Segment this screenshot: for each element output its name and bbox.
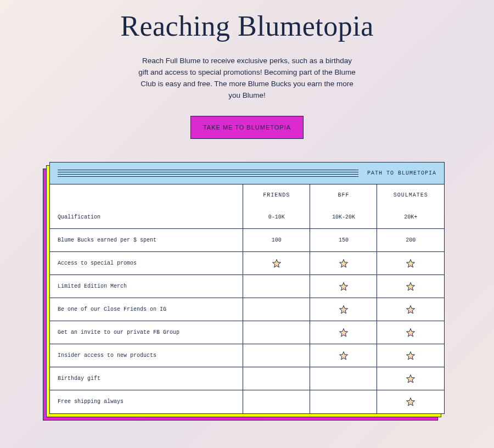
cta-button[interactable]: TAKE ME TO BLUMETOPIA: [190, 116, 304, 139]
row-cell: [377, 321, 444, 344]
row-label: Access to special promos: [50, 252, 243, 275]
row-cell: [377, 344, 444, 367]
table-row: Blume Bucks earned per $ spent100150200: [50, 229, 444, 252]
col-soulmates: SOULMATES: [377, 184, 444, 206]
star-icon: [339, 351, 349, 361]
star-icon: [339, 305, 349, 315]
page-title: Reaching Blumetopia: [0, 10, 494, 42]
row-cell: [310, 252, 377, 275]
row-label: Limited Edition Merch: [50, 275, 243, 298]
star-icon: [406, 374, 416, 384]
tier-table: FRIENDS BFF SOULMATES Qualification0-10K…: [50, 184, 444, 413]
table-row: Access to special promos: [50, 252, 444, 275]
row-cell: 100: [243, 229, 310, 252]
row-cell: 150: [310, 229, 377, 252]
header-lines: [58, 168, 358, 178]
table-row: Limited Edition Merch: [50, 275, 444, 298]
table-row: Birthday gift: [50, 367, 444, 390]
row-cell: [243, 321, 310, 344]
row-cell: [310, 321, 377, 344]
table-row: Be one of our Close Friends on IG: [50, 298, 444, 321]
star-icon: [339, 328, 349, 338]
row-cell: [310, 367, 377, 390]
table-row: Insider access to new products: [50, 344, 444, 367]
row-cell: [243, 344, 310, 367]
row-cell: [243, 275, 310, 298]
row-cell: [243, 298, 310, 321]
row-label: Birthday gift: [50, 367, 243, 390]
col-friends: FRIENDS: [243, 184, 310, 206]
star-icon: [339, 282, 349, 292]
star-icon: [339, 259, 349, 268]
row-cell: [377, 252, 444, 275]
row-cell: [310, 298, 377, 321]
row-cell: [243, 252, 310, 275]
page-subtitle: Reach Full Blume to receive exclusive pe…: [137, 55, 357, 102]
header-label: PATH TO BLUMETOPIA: [367, 170, 436, 176]
row-cell: 10K-20K: [310, 206, 377, 229]
row-label: Insider access to new products: [50, 344, 243, 367]
row-cell: 20K+: [377, 206, 444, 229]
col-bff: BFF: [310, 184, 377, 206]
col-empty: [50, 184, 243, 206]
row-cell: 0-10K: [243, 206, 310, 229]
row-label: Be one of our Close Friends on IG: [50, 298, 243, 321]
star-icon: [406, 259, 416, 268]
row-cell: [310, 275, 377, 298]
star-icon: [406, 305, 416, 315]
row-cell: [243, 390, 310, 413]
card-main: PATH TO BLUMETOPIA FRIENDS BFF SOULMATES…: [49, 162, 445, 414]
row-cell: [377, 367, 444, 390]
star-icon: [406, 328, 416, 338]
table-row: Free shipping always: [50, 390, 444, 413]
hero-section: Reaching Blumetopia Reach Full Blume to …: [0, 0, 494, 139]
row-cell: 200: [377, 229, 444, 252]
row-label: Free shipping always: [50, 390, 243, 413]
row-cell: [377, 275, 444, 298]
row-label: Qualification: [50, 206, 243, 229]
card-header: PATH TO BLUMETOPIA: [50, 163, 444, 184]
table-row: Qualification0-10K10K-20K20K+: [50, 206, 444, 229]
star-icon: [406, 397, 416, 407]
row-label: Blume Bucks earned per $ spent: [50, 229, 243, 252]
star-icon: [272, 259, 282, 268]
star-icon: [406, 282, 416, 292]
row-cell: [377, 298, 444, 321]
tier-table-card: PATH TO BLUMETOPIA FRIENDS BFF SOULMATES…: [49, 162, 445, 414]
row-cell: [310, 390, 377, 413]
row-cell: [377, 390, 444, 413]
table-header-row: FRIENDS BFF SOULMATES: [50, 184, 444, 206]
star-icon: [406, 351, 416, 361]
row-label: Get an invite to our private FB Group: [50, 321, 243, 344]
row-cell: [243, 367, 310, 390]
table-row: Get an invite to our private FB Group: [50, 321, 444, 344]
row-cell: [310, 344, 377, 367]
